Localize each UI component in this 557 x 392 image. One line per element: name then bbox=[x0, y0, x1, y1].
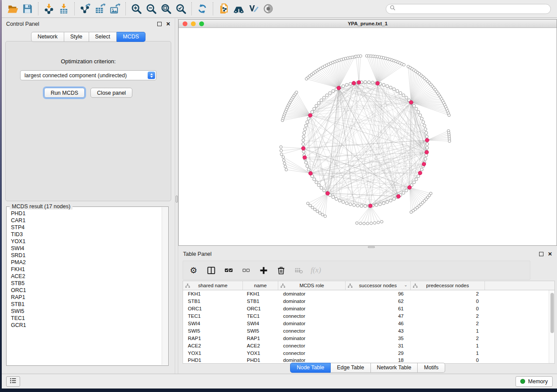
network-hub-node[interactable] bbox=[309, 172, 313, 175]
network-node[interactable] bbox=[321, 213, 324, 216]
float-panel-icon[interactable] bbox=[157, 22, 162, 26]
network-node[interactable] bbox=[353, 203, 356, 206]
network-node[interactable] bbox=[304, 124, 308, 127]
network-node[interactable] bbox=[402, 94, 405, 97]
mcds-result-item[interactable]: YOX1 bbox=[11, 238, 162, 245]
network-node[interactable] bbox=[349, 83, 352, 86]
network-node[interactable] bbox=[345, 202, 348, 205]
network-node[interactable] bbox=[356, 222, 358, 224]
open-session-icon[interactable] bbox=[5, 2, 20, 16]
network-node[interactable] bbox=[424, 128, 427, 131]
network-node[interactable] bbox=[295, 91, 298, 93]
column-header-mcds-role[interactable]: MCDS role bbox=[278, 281, 346, 290]
table-row[interactable]: SWI5SWI5connector431 bbox=[183, 327, 554, 334]
network-hub-node[interactable] bbox=[425, 150, 429, 154]
network-node[interactable] bbox=[304, 128, 307, 131]
network-node[interactable] bbox=[322, 96, 325, 99]
network-node[interactable] bbox=[338, 199, 341, 202]
network-node[interactable] bbox=[282, 156, 284, 158]
network-hub-node[interactable] bbox=[303, 155, 307, 159]
tab-mcds[interactable]: MCDS bbox=[117, 32, 145, 42]
network-node[interactable] bbox=[389, 199, 392, 202]
network-node[interactable] bbox=[366, 222, 369, 225]
network-node[interactable] bbox=[422, 120, 425, 124]
network-node[interactable] bbox=[386, 85, 389, 88]
close-panel-icon[interactable]: ✕ bbox=[166, 21, 170, 27]
network-node[interactable] bbox=[377, 221, 380, 224]
mcds-result-item[interactable]: TID3 bbox=[11, 231, 162, 238]
network-node[interactable] bbox=[363, 222, 365, 225]
network-node[interactable] bbox=[309, 204, 311, 207]
close-table-panel-icon[interactable]: ✕ bbox=[548, 251, 552, 257]
network-hub-node[interactable] bbox=[357, 80, 361, 84]
network-node[interactable] bbox=[280, 146, 282, 148]
network-node[interactable] bbox=[367, 81, 370, 84]
network-hub-node[interactable] bbox=[425, 138, 429, 142]
network-node[interactable] bbox=[332, 89, 335, 93]
network-node[interactable] bbox=[280, 149, 282, 152]
mcds-result-item[interactable]: CAR1 bbox=[11, 217, 162, 224]
network-node[interactable] bbox=[304, 161, 308, 164]
mcds-result-item[interactable]: PMA2 bbox=[11, 259, 162, 266]
network-node[interactable] bbox=[415, 178, 418, 181]
table-scrollbar-thumb[interactable] bbox=[550, 293, 554, 333]
network-node[interactable] bbox=[315, 104, 318, 107]
network-node[interactable] bbox=[371, 81, 374, 84]
column-header-predecessor-nodes[interactable]: predecessor nodes bbox=[411, 281, 485, 290]
network-node[interactable] bbox=[302, 139, 305, 142]
network-node[interactable] bbox=[448, 114, 450, 117]
search-input[interactable] bbox=[398, 6, 547, 12]
import-network-icon[interactable] bbox=[42, 2, 56, 16]
network-node[interactable] bbox=[359, 55, 362, 57]
memory-button[interactable]: Memory bbox=[515, 376, 553, 387]
network-node[interactable] bbox=[313, 107, 316, 110]
network-node[interactable] bbox=[423, 124, 426, 127]
network-node[interactable] bbox=[426, 143, 429, 146]
network-node[interactable] bbox=[307, 117, 310, 120]
network-node[interactable] bbox=[382, 83, 385, 86]
mcds-result-item[interactable]: FKH1 bbox=[11, 266, 162, 273]
column-header-name[interactable]: name bbox=[243, 281, 278, 290]
network-node[interactable] bbox=[420, 168, 423, 171]
network-node[interactable] bbox=[332, 196, 335, 199]
tab-node-table[interactable]: Node Table bbox=[290, 363, 331, 373]
network-node[interactable] bbox=[417, 110, 420, 113]
network-node[interactable] bbox=[420, 117, 423, 120]
mcds-result-item[interactable]: ORC1 bbox=[11, 287, 162, 294]
network-node[interactable] bbox=[412, 181, 415, 184]
network-node[interactable] bbox=[314, 208, 316, 211]
network-node[interactable] bbox=[393, 197, 396, 200]
mcds-result-item[interactable]: ACE2 bbox=[11, 273, 162, 280]
network-node[interactable] bbox=[410, 211, 412, 213]
import-table-icon[interactable] bbox=[56, 2, 71, 16]
network-node[interactable] bbox=[359, 222, 362, 225]
tab-network[interactable]: Network bbox=[31, 32, 64, 42]
network-node[interactable] bbox=[335, 197, 338, 200]
delete-columns-icon[interactable] bbox=[276, 265, 286, 275]
network-hub-node[interactable] bbox=[408, 186, 412, 189]
network-node[interactable] bbox=[425, 131, 428, 134]
network-node[interactable] bbox=[329, 92, 332, 95]
network-node[interactable] bbox=[306, 120, 309, 124]
show-hide-columns-icon[interactable] bbox=[206, 265, 216, 275]
network-node[interactable] bbox=[306, 165, 309, 168]
toggle-graphics-details-icon[interactable] bbox=[246, 2, 261, 16]
network-node[interactable] bbox=[317, 184, 320, 187]
network-node[interactable] bbox=[285, 168, 287, 171]
network-node[interactable] bbox=[307, 168, 310, 171]
mcds-result-item[interactable]: SWI4 bbox=[11, 245, 162, 252]
float-table-panel-icon[interactable] bbox=[539, 252, 543, 256]
network-node[interactable] bbox=[386, 200, 389, 203]
network-node[interactable] bbox=[402, 191, 405, 194]
column-header-shared-name[interactable]: shared name bbox=[183, 281, 243, 290]
mcds-result-list[interactable]: PHD1CAR1STP4TID3YOX1SWI4SRD1PMA2FKH1ACE2… bbox=[7, 207, 162, 365]
network-node[interactable] bbox=[364, 205, 367, 208]
network-hub-node[interactable] bbox=[409, 100, 413, 104]
network-node[interactable] bbox=[393, 88, 396, 91]
table-row[interactable]: STB1STB1dominator620 bbox=[183, 298, 554, 305]
tab-select[interactable]: Select bbox=[89, 32, 117, 42]
tab-edge-table[interactable]: Edge Table bbox=[331, 363, 370, 373]
network-hub-node[interactable] bbox=[326, 192, 330, 196]
network-node[interactable] bbox=[322, 189, 325, 192]
network-node[interactable] bbox=[311, 206, 314, 209]
